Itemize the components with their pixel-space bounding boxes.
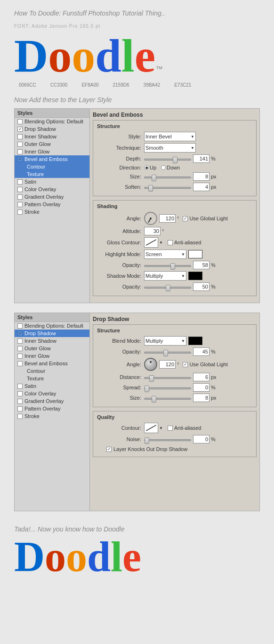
- checkbox-inner-shadow[interactable]: [17, 134, 23, 139]
- soften-input[interactable]: 4: [193, 183, 210, 191]
- checkbox-inner-glow[interactable]: [17, 149, 23, 154]
- ds-distance-slider[interactable]: [144, 374, 191, 380]
- sidebar1-blending[interactable]: Blending Options: Default: [15, 118, 89, 125]
- sidebar1-inner-glow[interactable]: Inner Glow: [15, 148, 89, 155]
- ds-spread-row: Spread: 0 %: [97, 383, 252, 392]
- sidebar1-gradient-overlay[interactable]: Gradient Overlay: [15, 193, 89, 201]
- sidebar2-stroke[interactable]: Stroke: [15, 412, 89, 420]
- checkbox-color-overlay[interactable]: [17, 187, 23, 192]
- p2-checkbox-pattern-overlay[interactable]: [17, 406, 23, 411]
- sidebar1-satin[interactable]: Satin: [15, 178, 89, 185]
- sidebar2-inner-shadow[interactable]: Inner Shadow: [15, 337, 89, 345]
- checkbox-gradient-overlay[interactable]: [17, 194, 23, 200]
- sidebar2-contour[interactable]: Contour: [15, 367, 89, 375]
- use-global-light-row[interactable]: Use Global Light: [183, 216, 227, 221]
- anti-aliased-checkbox[interactable]: [168, 240, 173, 245]
- gloss-contour-thumb[interactable]: [144, 237, 158, 248]
- sidebar1-pattern-overlay[interactable]: Pattern Overlay: [15, 201, 89, 208]
- ds-size-input[interactable]: 8: [193, 394, 210, 402]
- p2-checkbox-drop-shadow[interactable]: [17, 331, 23, 336]
- technique-select[interactable]: Smooth ▼: [144, 143, 196, 153]
- sidebar1-stroke[interactable]: Stroke: [15, 208, 89, 216]
- angle-dial[interactable]: [144, 212, 157, 225]
- q-noise-slider[interactable]: [144, 436, 191, 442]
- style-select[interactable]: Inner Bevel ▼: [144, 132, 196, 141]
- ds-spread-slider[interactable]: [144, 385, 191, 390]
- sidebar2-texture[interactable]: Texture: [15, 375, 89, 382]
- checkbox-outer-glow[interactable]: [17, 142, 23, 147]
- ds-opacity-input[interactable]: 45: [193, 347, 210, 356]
- q-contour-thumb[interactable]: [144, 423, 158, 433]
- sidebar1-drop-shadow[interactable]: Drop Shadow: [15, 125, 89, 133]
- soften-slider[interactable]: [144, 184, 191, 190]
- angle-input[interactable]: 120: [159, 214, 176, 223]
- q-noise-input[interactable]: 0: [193, 435, 210, 443]
- ds-distance-input[interactable]: 6: [193, 373, 210, 381]
- layer-knocks-check-row[interactable]: Layer Knocks Out Drop Shadow: [106, 446, 187, 452]
- ds-global-light-checkbox[interactable]: [183, 362, 188, 367]
- sidebar1-texture[interactable]: Texture: [15, 170, 89, 178]
- depth-slider[interactable]: [144, 156, 191, 161]
- sidebar1-color-overlay[interactable]: Color Overlay: [15, 185, 89, 193]
- checkbox-drop-shadow[interactable]: [17, 127, 23, 132]
- ds-spread-input[interactable]: 0: [193, 383, 210, 392]
- p2-checkbox-outer-glow[interactable]: [17, 346, 23, 351]
- shadow-mode-select[interactable]: Multiply ▼: [144, 271, 186, 281]
- checkbox-bevel-emboss[interactable]: [17, 157, 23, 162]
- size-slider[interactable]: [144, 174, 191, 179]
- anti-aliased-row[interactable]: Anti-aliased: [168, 240, 201, 245]
- sidebar2-satin[interactable]: Satin: [15, 382, 89, 390]
- p2-checkbox-satin[interactable]: [17, 384, 23, 389]
- sidebar2-drop-shadow[interactable]: Drop Shadow: [15, 330, 89, 337]
- checkbox-pattern-overlay[interactable]: [17, 202, 23, 207]
- p2-checkbox-inner-shadow[interactable]: [17, 338, 23, 344]
- ds-blend-mode-select[interactable]: Multiply ▼: [144, 336, 186, 346]
- sidebar2-inner-glow[interactable]: Inner Glow: [15, 352, 89, 360]
- q-anti-aliased-row[interactable]: Anti-aliased: [168, 425, 201, 431]
- q-anti-aliased-checkbox[interactable]: [168, 426, 173, 431]
- direction-up-radio[interactable]: Up: [144, 165, 156, 170]
- sidebar2-bevel-emboss[interactable]: Bevel and Emboss: [15, 360, 89, 367]
- ds-size-slider[interactable]: [144, 395, 191, 401]
- sidebar2-pattern-overlay[interactable]: Pattern Overlay: [15, 405, 89, 412]
- checkbox-stroke[interactable]: [17, 209, 23, 215]
- shadow-color-swatch[interactable]: [188, 272, 202, 280]
- ds-blend-color-swatch[interactable]: [188, 337, 202, 345]
- altitude-input[interactable]: 30: [144, 227, 161, 235]
- use-global-light-checkbox[interactable]: [183, 216, 188, 221]
- checkbox-satin[interactable]: [17, 179, 23, 185]
- opacity1-input[interactable]: 58: [193, 261, 210, 269]
- ds-angle-dial[interactable]: [144, 358, 157, 371]
- highlight-mode-select[interactable]: Screen ▼: [144, 250, 186, 259]
- ds-angle-input[interactable]: 120: [159, 360, 176, 369]
- sidebar2-outer-glow[interactable]: Outer Glow: [15, 345, 89, 352]
- sidebar2-blending[interactable]: Blending Options: Default: [15, 322, 89, 330]
- p2-checkbox-gradient-overlay[interactable]: [17, 399, 23, 404]
- layer-knocks-checkbox[interactable]: [106, 447, 112, 452]
- highlight-color-swatch[interactable]: [188, 250, 202, 258]
- down-radio-circle[interactable]: [161, 165, 166, 170]
- sidebar1-bevel-emboss[interactable]: Bevel and Emboss: [15, 155, 89, 163]
- sidebar2-gradient-overlay[interactable]: Gradient Overlay: [15, 397, 89, 405]
- up-radio-circle[interactable]: [144, 165, 149, 170]
- opacity2-slider[interactable]: [144, 284, 191, 290]
- ds-global-light-row[interactable]: Use Global Light: [183, 362, 227, 367]
- sidebar1-contour[interactable]: Contour: [15, 163, 89, 170]
- contour-arrow[interactable]: ▼: [159, 241, 163, 245]
- p2-checkbox-color-overlay[interactable]: [17, 391, 23, 396]
- ds-opacity-slider[interactable]: [144, 349, 191, 354]
- p2-checkbox-inner-glow[interactable]: [17, 354, 23, 359]
- sidebar2-color-overlay[interactable]: Color Overlay: [15, 390, 89, 397]
- depth-input[interactable]: 141: [193, 154, 210, 163]
- checkbox-blending[interactable]: [17, 119, 23, 124]
- opacity2-input[interactable]: 50: [193, 282, 210, 291]
- opacity1-slider[interactable]: [144, 262, 191, 268]
- q-contour-arrow[interactable]: ▼: [159, 426, 163, 430]
- sidebar1-outer-glow[interactable]: Outer Glow: [15, 140, 89, 148]
- p2-checkbox-stroke[interactable]: [17, 414, 23, 419]
- p2-checkbox-blending[interactable]: [17, 323, 23, 329]
- sidebar1-inner-shadow[interactable]: Inner Shadow: [15, 133, 89, 140]
- size-input[interactable]: 8: [193, 172, 210, 181]
- direction-down-radio[interactable]: Down: [161, 165, 180, 170]
- p2-checkbox-bevel-emboss[interactable]: [17, 361, 23, 366]
